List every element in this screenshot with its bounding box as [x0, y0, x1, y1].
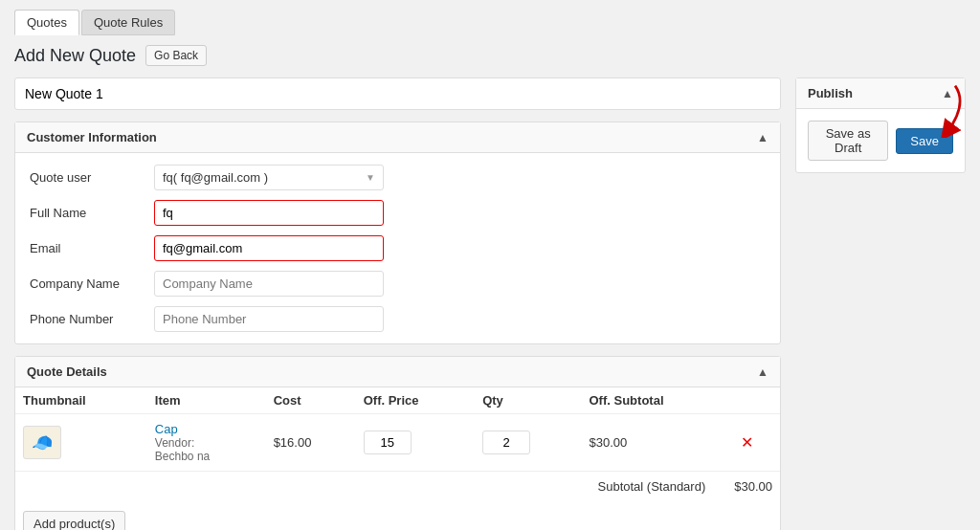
tabs-bar: Quotes Quote Rules	[14, 10, 966, 35]
details-panel-title: Quote Details	[27, 364, 107, 379]
left-column: Customer Information ▲ Quote user fq( fq…	[14, 77, 781, 530]
phone-label: Phone Number	[30, 312, 154, 326]
subtotal-value: $30.00	[734, 479, 772, 494]
quote-user-label: Quote user	[30, 170, 154, 185]
quote-user-value: fq( fq@gmail.com )	[163, 170, 268, 185]
publish-panel-collapse-icon[interactable]: ▲	[942, 87, 953, 100]
full-name-label: Full Name	[30, 206, 154, 220]
quote-user-select[interactable]: fq( fq@gmail.com ) ▼	[154, 165, 384, 190]
add-product-button[interactable]: Add product(s)	[23, 511, 125, 530]
quote-details-panel: Quote Details ▲ Thumbnail Item Cost Off.…	[14, 356, 781, 530]
product-vendor: Vendor:Bechbo na	[155, 436, 258, 463]
product-cost-cell: $16.00	[266, 414, 356, 472]
details-panel-body: Thumbnail Item Cost Off. Price Qty Off. …	[15, 387, 780, 530]
publish-panel-header: Publish ▲	[796, 78, 965, 109]
table-header-row: Thumbnail Item Cost Off. Price Qty Off. …	[15, 387, 780, 414]
quote-user-row: Quote user fq( fq@gmail.com ) ▼	[30, 165, 766, 190]
col-cost: Cost	[266, 387, 356, 414]
table-row: 🧢 Cap Vendor:Bechbo na $16.00	[15, 414, 780, 472]
subtotal-label: Subtotal (Standard)	[598, 479, 706, 494]
tab-quotes[interactable]: Quotes	[14, 10, 79, 35]
company-label: Company Name	[30, 276, 154, 291]
customer-panel-collapse-icon[interactable]: ▲	[757, 131, 768, 144]
full-name-row: Full Name	[30, 200, 766, 226]
product-qty-cell	[475, 414, 581, 472]
col-off-price: Off. Price	[356, 387, 475, 414]
off-price-input[interactable]	[364, 431, 412, 454]
product-delete-cell: ✕	[733, 414, 780, 472]
details-panel-header: Quote Details ▲	[15, 357, 780, 387]
save-button[interactable]: Save	[896, 128, 953, 154]
col-item: Item	[147, 387, 266, 414]
company-input[interactable]	[154, 271, 384, 297]
delete-product-icon[interactable]: ✕	[741, 434, 753, 451]
publish-panel-title: Publish	[808, 86, 853, 100]
subtotal-row: Subtotal (Standard) $30.00	[15, 471, 780, 501]
customer-panel-header: Customer Information ▲	[15, 122, 780, 153]
go-back-button[interactable]: Go Back	[145, 45, 207, 66]
company-row: Company Name	[30, 271, 766, 297]
save-draft-button[interactable]: Save as Draft	[808, 121, 888, 161]
product-item-cell: Cap Vendor:Bechbo na	[147, 414, 266, 472]
product-name-link[interactable]: Cap	[155, 422, 178, 436]
product-off-price-cell	[356, 414, 475, 472]
col-off-subtotal: Off. Subtotal	[582, 387, 734, 414]
quote-title-input[interactable]	[14, 77, 781, 110]
publish-panel: Publish ▲ Save as Draft Save	[795, 77, 966, 173]
right-column: Publish ▲ Save as Draft Save	[795, 77, 966, 173]
save-btn-wrapper: Save	[896, 128, 953, 154]
product-subtotal-cell: $30.00	[582, 414, 734, 472]
email-input[interactable]	[154, 235, 384, 261]
email-row: Email	[30, 235, 766, 261]
customer-panel-title: Customer Information	[27, 130, 157, 144]
full-name-input[interactable]	[154, 200, 384, 226]
product-subtotal: $30.00	[590, 435, 628, 450]
email-label: Email	[30, 241, 154, 255]
product-thumbnail: 🧢	[23, 426, 61, 459]
page-header: Add New Quote Go Back	[14, 45, 966, 66]
product-thumbnail-cell: 🧢	[15, 414, 147, 472]
tab-quote-rules[interactable]: Quote Rules	[81, 10, 175, 35]
phone-row: Phone Number	[30, 306, 766, 332]
details-panel-collapse-icon[interactable]: ▲	[757, 365, 768, 379]
publish-panel-body: Save as Draft Save	[796, 109, 965, 172]
col-thumbnail: Thumbnail	[15, 387, 147, 414]
customer-information-panel: Customer Information ▲ Quote user fq( fq…	[14, 121, 781, 344]
col-actions	[733, 387, 780, 414]
col-qty: Qty	[475, 387, 581, 414]
product-cost: $16.00	[274, 435, 312, 450]
phone-input[interactable]	[154, 306, 384, 332]
main-layout: Customer Information ▲ Quote user fq( fq…	[14, 77, 966, 530]
qty-input[interactable]	[482, 431, 530, 454]
page-title: Add New Quote	[14, 46, 136, 66]
select-arrow-icon: ▼	[366, 172, 375, 183]
details-table: Thumbnail Item Cost Off. Price Qty Off. …	[15, 387, 780, 471]
customer-panel-body: Quote user fq( fq@gmail.com ) ▼ Full Nam…	[15, 153, 780, 343]
